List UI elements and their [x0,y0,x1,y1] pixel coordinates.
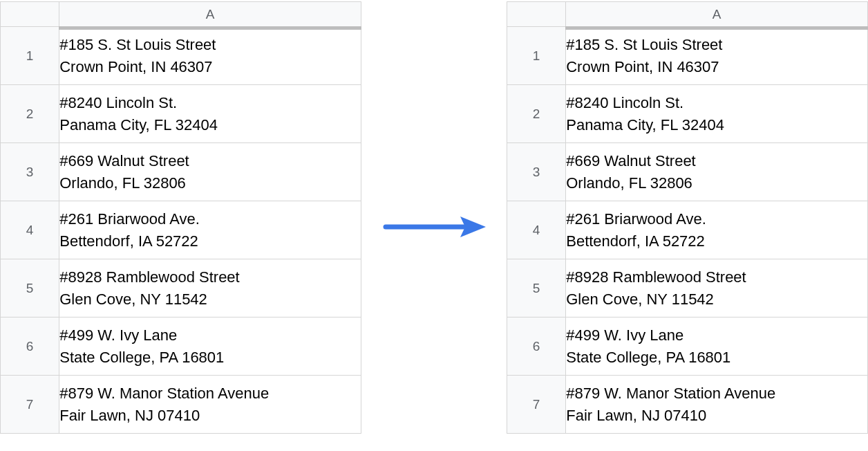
cell[interactable]: #669 Walnut StreetOrlando, FL 32806 [566,143,868,201]
table-row: 2 #8240 Lincoln St.Panama City, FL 32404 [1,85,361,143]
cell-line2: Fair Lawn, NJ 07410 [566,407,706,424]
row-header[interactable]: 4 [507,201,566,259]
corner-cell[interactable] [1,2,59,27]
cell[interactable]: #185 S. St Louis StreetCrown Point, IN 4… [59,27,361,85]
cell-line1: #8928 Ramblewood Street [59,268,240,286]
arrow-icon [375,1,493,451]
table-row: 3 #669 Walnut StreetOrlando, FL 32806 [507,143,868,201]
cell[interactable]: #8240 Lincoln St.Panama City, FL 32404 [59,85,361,143]
row-header[interactable]: 5 [507,259,566,317]
cell-line2: Crown Point, IN 46307 [59,58,212,75]
cell-line2: Bettendorf, IA 52722 [59,232,198,250]
cell-line2: Fair Lawn, NJ 07410 [59,407,200,424]
cell[interactable]: #8928 Ramblewood StreetGlen Cove, NY 115… [59,259,361,317]
left-body: 1 #185 S. St Louis StreetCrown Point, IN… [1,27,361,434]
column-header-a[interactable]: A [566,2,868,27]
table-row: 6 #499 W. Ivy LaneState College, PA 1680… [507,317,868,376]
cell-line2: Glen Cove, NY 11542 [59,291,207,308]
column-header-a[interactable]: A [59,2,361,27]
cell-line1: #261 Briarwood Ave. [59,210,200,228]
cell-line2: State College, PA 16801 [59,349,224,366]
cell[interactable]: #261 Briarwood Ave.Bettendorf, IA 52722 [566,201,868,259]
cell-line2: Orlando, FL 32806 [566,174,692,192]
cell-line2: State College, PA 16801 [566,349,730,366]
row-header[interactable]: 6 [507,317,566,376]
row-header[interactable]: 2 [1,85,59,143]
row-header[interactable]: 7 [1,376,59,434]
left-spreadsheet[interactable]: A 1 #185 S. St Louis StreetCrown Point, … [0,1,361,434]
cell-line1: #185 S. St Louis Street [59,36,216,53]
right-spreadsheet[interactable]: A 1 #185 S. St Louis StreetCrown Point, … [507,1,868,434]
row-header[interactable]: 1 [1,27,59,85]
table-row: 4 #261 Briarwood Ave.Bettendorf, IA 5272… [507,201,868,259]
cell-line2: Panama City, FL 32404 [59,116,218,134]
row-header[interactable]: 3 [507,143,566,201]
table-row: 3 #669 Walnut StreetOrlando, FL 32806 [1,143,361,201]
cell[interactable]: #879 W. Manor Station AvenueFair Lawn, N… [566,376,868,434]
table-row: 7 #879 W. Manor Station AvenueFair Lawn,… [1,376,361,434]
row-header[interactable]: 7 [507,376,566,434]
row-header[interactable]: 3 [1,143,59,201]
cell-line2: Glen Cove, NY 11542 [566,291,714,308]
cell-line1: #8240 Lincoln St. [59,94,177,111]
cell-line1: #879 W. Manor Station Avenue [566,385,775,402]
cell[interactable]: #185 S. St Louis StreetCrown Point, IN 4… [566,27,868,85]
cell-line2: Orlando, FL 32806 [59,174,186,192]
table-row: 1 #185 S. St Louis StreetCrown Point, IN… [507,27,868,85]
table-row: 6 #499 W. Ivy LaneState College, PA 1680… [1,317,361,376]
cell-line1: #8928 Ramblewood Street [566,268,746,286]
cell-line1: #669 Walnut Street [59,152,189,169]
corner-cell[interactable] [507,2,566,27]
cell-line1: #879 W. Manor Station Avenue [59,385,269,402]
row-header[interactable]: 5 [1,259,59,317]
cell[interactable]: #261 Briarwood Ave.Bettendorf, IA 52722 [59,201,361,259]
table-row: 5 #8928 Ramblewood StreetGlen Cove, NY 1… [507,259,868,317]
table-row: 7 #879 W. Manor Station AvenueFair Lawn,… [507,376,868,434]
row-header[interactable]: 6 [1,317,59,376]
cell-line2: Crown Point, IN 46307 [566,58,719,75]
cell-line1: #8240 Lincoln St. [566,94,683,111]
cell[interactable]: #499 W. Ivy LaneState College, PA 16801 [566,317,868,376]
cell-line2: Bettendorf, IA 52722 [566,232,705,250]
table-row: 2 #8240 Lincoln St.Panama City, FL 32404 [507,85,868,143]
row-header[interactable]: 2 [507,85,566,143]
right-body: 1 #185 S. St Louis StreetCrown Point, IN… [507,27,868,434]
cell-line1: #499 W. Ivy Lane [59,326,177,344]
table-row: 4 #261 Briarwood Ave.Bettendorf, IA 5272… [1,201,361,259]
table-row: 1 #185 S. St Louis StreetCrown Point, IN… [1,27,361,85]
table-row: 5 #8928 Ramblewood StreetGlen Cove, NY 1… [1,259,361,317]
cell-line1: #669 Walnut Street [566,152,696,169]
cell[interactable]: #499 W. Ivy LaneState College, PA 16801 [59,317,361,376]
cell[interactable]: #879 W. Manor Station AvenueFair Lawn, N… [59,376,361,434]
cell-line1: #499 W. Ivy Lane [566,326,683,344]
cell[interactable]: #8928 Ramblewood StreetGlen Cove, NY 115… [566,259,868,317]
row-header[interactable]: 1 [507,27,566,85]
cell[interactable]: #8240 Lincoln St.Panama City, FL 32404 [566,85,868,143]
cell-line2: Panama City, FL 32404 [566,116,724,134]
cell[interactable]: #669 Walnut StreetOrlando, FL 32806 [59,143,361,201]
cell-line1: #261 Briarwood Ave. [566,210,706,228]
cell-line1: #185 S. St Louis Street [566,36,722,53]
row-header[interactable]: 4 [1,201,59,259]
